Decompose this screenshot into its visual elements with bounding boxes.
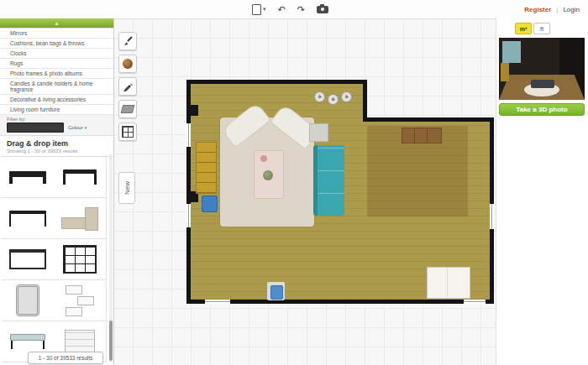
toolbar-icon-group: ▾ ↶ ↷ — [252, 0, 328, 18]
ceiling-light-3[interactable] — [341, 91, 352, 102]
preview-shelf — [501, 63, 509, 81]
category-scroll-up[interactable]: ▲ — [0, 18, 113, 28]
unit-toggle: m² ft — [496, 18, 588, 38]
wall-bottom — [186, 300, 494, 304]
filter-controls: Colour ▾ — [7, 123, 108, 133]
wall-speaker-top[interactable] — [191, 105, 198, 116]
preview-window — [502, 41, 521, 63]
catalog-sidebar: ▲ Mirrors Cushions, bean bags & throws C… — [0, 18, 114, 365]
window-left-2 — [186, 204, 191, 227]
product-thumbnail-metal-frame-table[interactable] — [2, 239, 55, 280]
gray-side-table[interactable] — [309, 123, 328, 142]
new-tab-label: New — [123, 181, 131, 195]
pagination-text: 1 - 30 of 39533 results — [39, 355, 93, 361]
filter-section: Filter by: Colour ▾ — [0, 115, 113, 136]
unit-feet-button[interactable]: ft — [533, 23, 550, 34]
camera-button[interactable] — [317, 6, 328, 13]
preview-sofa — [531, 80, 554, 88]
auth-divider: | — [556, 6, 558, 13]
brush-icon — [123, 36, 133, 46]
colour-filter-dropdown[interactable]: Colour ▾ — [68, 125, 87, 130]
wall-top-right — [363, 117, 494, 122]
sidebar-scrollbar — [109, 154, 113, 362]
window-bottom-1 — [205, 300, 230, 304]
blue-stool[interactable] — [270, 285, 283, 300]
potted-plant[interactable] — [263, 170, 273, 180]
category-mirrors[interactable]: Mirrors — [0, 29, 113, 39]
category-clocks[interactable]: Clocks — [0, 49, 113, 59]
material-ball-icon — [123, 59, 133, 69]
keyword-filter-select[interactable] — [7, 123, 64, 133]
window-bottom-2 — [464, 300, 486, 304]
room-floorplan — [186, 80, 494, 304]
filter-by-label: Filter by: — [7, 117, 108, 122]
drag-drop-title: Drag & drop item — [7, 139, 107, 148]
product-thumbnail-black-coffee-table[interactable] — [2, 157, 55, 198]
login-link[interactable]: Login — [563, 6, 580, 13]
chevron-down-icon: ▾ — [85, 125, 87, 130]
table-decor[interactable] — [260, 155, 267, 162]
product-thumbnail-cube-shelving[interactable] — [54, 239, 107, 280]
material-tool-button[interactable] — [118, 55, 137, 73]
room-3d-preview[interactable] — [499, 38, 585, 100]
eraser-tool-button[interactable] — [118, 100, 137, 118]
undo-icon: ↶ — [278, 5, 286, 14]
yellow-shelving-unit[interactable] — [196, 142, 217, 194]
auth-links: Register | Login — [524, 0, 580, 18]
pencil-icon — [123, 81, 133, 91]
window-left-1 — [186, 123, 191, 147]
redo-button[interactable]: ↷ — [297, 5, 305, 14]
drawing-toolstrip — [118, 32, 137, 141]
product-thumbnail-beige-corner-sofa[interactable] — [54, 198, 107, 239]
floorplan-canvas[interactable] — [113, 18, 496, 365]
brush-tool-button[interactable] — [118, 32, 137, 50]
category-rugs[interactable]: Rugs — [0, 59, 113, 69]
floorplanner-app: ▾ ↶ ↷ Register | Login ▲ Mirrors Cushion… — [0, 0, 588, 365]
redo-icon: ↷ — [297, 5, 305, 14]
undo-button[interactable]: ↶ — [278, 5, 286, 14]
product-thumbnail-ornate-mirror[interactable] — [2, 280, 55, 321]
showing-results-text: Showing 1 - 30 of 39533 results — [7, 149, 107, 154]
register-link[interactable]: Register — [524, 6, 551, 13]
grid-icon — [122, 126, 134, 138]
scrollbar-thumb[interactable] — [109, 321, 113, 361]
ceiling-light-2[interactable] — [328, 94, 339, 105]
chevron-down-icon: ▾ — [263, 6, 266, 13]
colour-label: Colour — [68, 125, 83, 130]
window-right-1 — [490, 204, 494, 229]
new-plan-tab[interactable]: New — [118, 172, 135, 204]
preview-panel: m² ft Take a 3D photo — [496, 18, 588, 365]
wall-top-left — [186, 80, 367, 84]
category-photo-frames[interactable]: Photo frames & photo albums — [0, 69, 113, 79]
results-header: Drag & drop item Showing 1 - 30 of 39533… — [0, 136, 113, 156]
camera-icon — [317, 6, 328, 13]
category-candles[interactable]: Candles & candle holders & home fragranc… — [0, 79, 113, 95]
white-table[interactable] — [427, 267, 470, 299]
grid-tool-button[interactable] — [118, 123, 137, 141]
product-thumbnail-wall-shelves[interactable] — [54, 280, 107, 321]
category-living-room[interactable]: Living room furniture — [0, 105, 113, 115]
blue-chair[interactable] — [202, 196, 218, 212]
pencil-tool-button[interactable] — [118, 77, 137, 96]
pagination-tooltip: 1 - 30 of 39533 results — [28, 352, 103, 364]
category-decorative[interactable]: Decorative & living accessories — [0, 95, 113, 105]
product-grid — [2, 156, 113, 362]
take-3d-photo-button[interactable]: Take a 3D photo — [499, 103, 585, 116]
eraser-icon — [121, 105, 135, 113]
unit-meters-button[interactable]: m² — [515, 23, 532, 34]
category-list: Mirrors Cushions, bean bags & throws Clo… — [0, 28, 113, 115]
wood-cabinet[interactable] — [402, 128, 442, 143]
category-cushions[interactable]: Cushions, bean bags & throws — [0, 39, 113, 49]
product-thumbnail-dark-console-table[interactable] — [2, 198, 55, 239]
teal-sofa[interactable] — [313, 145, 344, 216]
new-plan-button[interactable]: ▾ — [252, 4, 266, 15]
wall-step — [363, 80, 367, 122]
top-toolbar: ▾ ↶ ↷ Register | Login — [0, 0, 588, 19]
up-arrow-icon: ▲ — [54, 20, 60, 26]
product-thumbnail-black-dining-table[interactable] — [54, 157, 107, 198]
new-page-icon — [252, 4, 261, 15]
ceiling-light-1[interactable] — [314, 91, 325, 102]
